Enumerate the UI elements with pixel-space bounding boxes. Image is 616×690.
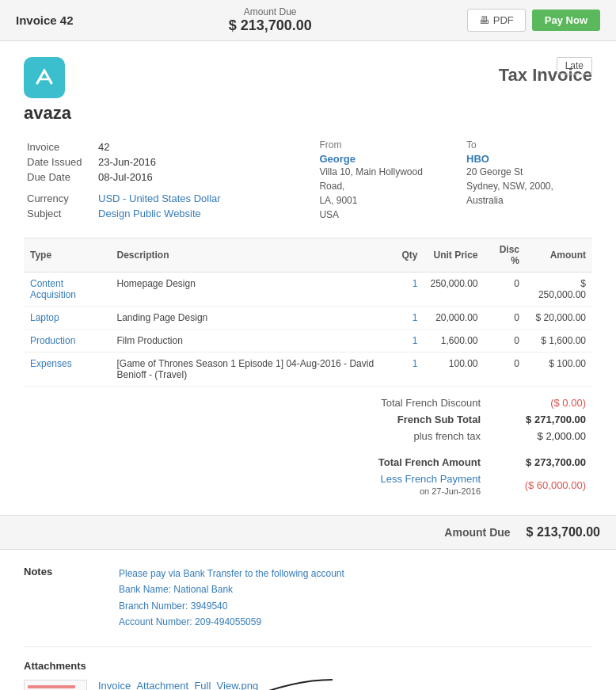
sub-total-value: $ 271,700.00 (487, 411, 592, 428)
subject-value: Design Public Website (95, 206, 308, 221)
notes-line3: Branch Number: 3949540 (119, 598, 344, 614)
to-label: To (466, 139, 592, 151)
attachment-item: Invoice_Attachment_Full_View.png 30 Aug … (24, 680, 592, 690)
row-desc: Landing Page Design (110, 307, 395, 330)
pay-now-button[interactable]: Pay Now (532, 10, 600, 31)
row-qty: 1 (395, 353, 424, 387)
totals-section: Total French Discount ($ 0.00) French Su… (24, 395, 592, 499)
french-tax-value: $ 2,000.00 (487, 428, 592, 444)
to-block: To HBO 20 George StSydney, NSW, 2000, Au… (466, 139, 592, 222)
row-disc: 0 (485, 273, 526, 307)
amount-due-bar-label: Amount Due (444, 526, 510, 539)
subject-label: Subject (24, 206, 95, 221)
row-type: Production (24, 330, 110, 353)
amount-due-value: $ 213,700.00 (229, 17, 312, 34)
row-qty: 1 (395, 330, 424, 353)
pdf-icon: 🖶 (479, 14, 489, 26)
notes-line1: Please pay via Bank Transfer to the foll… (119, 566, 344, 581)
notes-row: Notes Please pay via Bank Transfer to th… (24, 566, 592, 631)
row-desc: Film Production (110, 330, 395, 353)
table-row: Content Acquisition Homepage Design 1 25… (24, 273, 592, 307)
table-row: Production Film Production 1 1,600.00 0 … (24, 330, 592, 353)
date-issued-value: 23-Jun-2016 (95, 154, 308, 170)
logo-icon (24, 57, 65, 98)
less-payment-label: Less French Payment (381, 473, 481, 485)
header-section: avaza Tax Invoice (24, 57, 592, 124)
row-unit-price: 250,000.00 (424, 273, 484, 307)
row-desc: [Game of Thrones Season 1 Episode 1] 04-… (110, 353, 395, 387)
less-payment-label-date: Less French Payment on 27-Jun-2016 (323, 471, 487, 499)
from-name: George (319, 153, 451, 165)
notes-label: Notes (24, 566, 119, 631)
amount-due-bar-value: $ 213,700.00 (527, 525, 600, 539)
row-disc: 0 (485, 330, 526, 353)
invoice-title: Invoice 42 (16, 13, 74, 27)
amount-due-center: Amount Due $ 213,700.00 (229, 6, 312, 34)
row-unit-price: 100.00 (424, 353, 484, 387)
amount-due-bar: Amount Due $ 213,700.00 (0, 515, 616, 550)
table-row: Expenses [Game of Thrones Season 1 Episo… (24, 353, 592, 387)
from-to-section: From George Villa 10, Main Hollywood Roa… (319, 139, 592, 222)
row-amount: $ 20,000.00 (526, 307, 592, 330)
invoice-num-label: Invoice (24, 139, 95, 154)
row-amount: $ 250,000.00 (526, 273, 592, 307)
row-type: Expenses (24, 353, 110, 387)
from-label: From (319, 139, 451, 151)
attachment-filename: Invoice_Attachment_Full_View.png (98, 680, 258, 690)
items-table: Type Description Qty Unit Price Disc % A… (24, 238, 592, 387)
amount-due-label: Amount Due (229, 6, 312, 17)
to-address: 20 George StSydney, NSW, 2000, Australia (466, 165, 592, 208)
late-badge: Late (557, 57, 592, 74)
to-name: HBO (466, 153, 592, 165)
currency-value: USD - United States Dollar (95, 191, 308, 206)
company-name: avaza (24, 103, 71, 124)
less-payment-date: on 27-Jun-2016 (420, 486, 481, 496)
row-type: Laptop (24, 307, 110, 330)
sub-total-label: French Sub Total (323, 411, 487, 428)
invoice-num-value: 42 (95, 139, 308, 154)
attachment-thumbnail (24, 680, 87, 690)
date-issued-label: Date Issued (24, 154, 95, 170)
french-tax-label: plus french tax (323, 428, 487, 444)
top-bar-actions: 🖶 PDF Pay Now (467, 9, 600, 32)
attachments-title: Attachments (24, 660, 592, 672)
total-amount-label: Total French Amount (323, 454, 487, 471)
notes-text: Please pay via Bank Transfer to the foll… (119, 566, 344, 631)
french-discount-label: Total French Discount (323, 395, 487, 411)
total-amount-value: $ 273,700.00 (487, 454, 592, 471)
col-qty: Qty (395, 238, 424, 273)
row-unit-price: 1,600.00 (424, 330, 484, 353)
from-block: From George Villa 10, Main Hollywood Roa… (319, 139, 451, 222)
attachments-section: Attachments Invoice_Attachment (24, 660, 592, 690)
col-desc: Description (110, 238, 395, 273)
table-row: Laptop Landing Page Design 1 20,000.00 0… (24, 307, 592, 330)
row-amount: $ 1,600.00 (526, 330, 592, 353)
pdf-button[interactable]: 🖶 PDF (467, 9, 526, 32)
attachment-info: Invoice_Attachment_Full_View.png 30 Aug … (98, 680, 258, 690)
top-bar: Invoice 42 Amount Due $ 213,700.00 🖶 PDF… (0, 0, 616, 41)
row-qty: 1 (395, 273, 424, 307)
invoice-body: Late avaza Tax Invoice Invoice (0, 41, 616, 690)
row-desc: Homepage Design (110, 273, 395, 307)
from-address: Villa 10, Main Hollywood Road,LA, 9001US… (319, 165, 451, 222)
row-disc: 0 (485, 353, 526, 387)
due-date-label: Due Date (24, 170, 95, 185)
notes-line2: Bank Name: National Bank (119, 581, 344, 597)
col-type: Type (24, 238, 110, 273)
due-date-value: 08-Jul-2016 (95, 170, 308, 185)
french-discount-value: ($ 0.00) (487, 395, 592, 411)
currency-label: Currency (24, 191, 95, 206)
col-amount: Amount (526, 238, 592, 273)
row-type: Content Acquisition (24, 273, 110, 307)
invoice-page: Late avaza Tax Invoice Invoice (0, 41, 616, 690)
less-payment-value: ($ 60,000.00) (487, 471, 592, 499)
invoice-fields: Invoice 42 Date Issued 23-Jun-2016 Due D… (24, 139, 308, 222)
row-qty: 1 (395, 307, 424, 330)
notes-section: Notes Please pay via Bank Transfer to th… (24, 566, 592, 639)
avaza-logo-svg (32, 66, 56, 90)
col-disc: Disc % (485, 238, 526, 273)
notes-line4: Account Number: 209-494055059 (119, 614, 344, 630)
row-unit-price: 20,000.00 (424, 307, 484, 330)
row-disc: 0 (485, 307, 526, 330)
row-amount: $ 100.00 (526, 353, 592, 387)
